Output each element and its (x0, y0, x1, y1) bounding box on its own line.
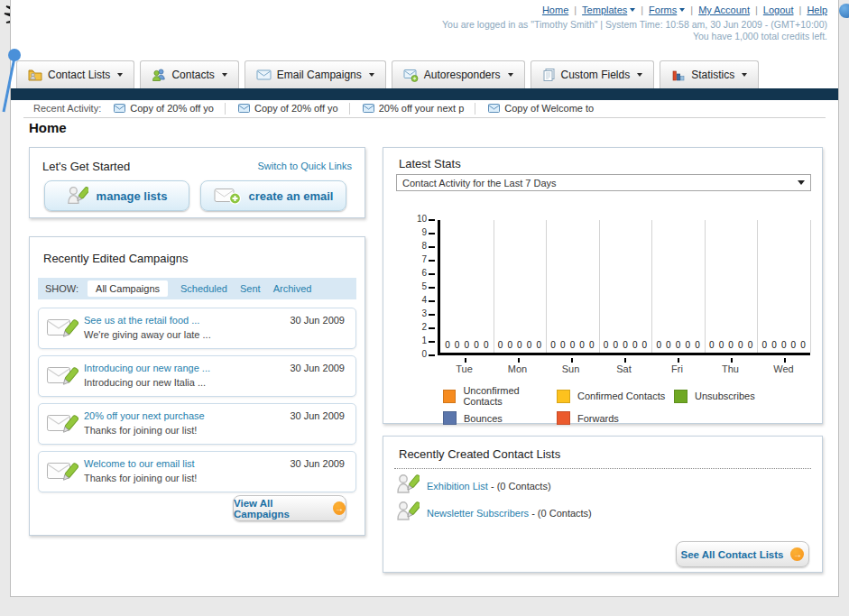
tab-contacts[interactable]: Contacts (140, 60, 238, 88)
filter-all-campaigns[interactable]: All Campaigns (88, 280, 168, 297)
campaigns-panel: Recently Edited Campaigns SHOW: All Camp… (29, 236, 365, 536)
campaign-title-link[interactable]: 20% off your next purchase (84, 410, 205, 421)
tab-label: Contact Lists (48, 69, 110, 81)
campaign-date: 30 Jun 2009 (290, 458, 345, 469)
create-email-button[interactable]: create an email (200, 180, 346, 211)
tab-statistics[interactable]: Statistics (660, 60, 759, 88)
y-tick-mark (429, 233, 435, 234)
campaign-date: 30 Jun 2009 (290, 315, 345, 326)
header-links: Home| Templates| Forms| My Account| Logo… (542, 5, 827, 15)
tab-contact-lists[interactable]: Contact Lists (16, 60, 134, 88)
tab-label: Email Campaigns (277, 69, 362, 81)
tab-label: Autoresponders (424, 69, 501, 81)
gridline (651, 220, 652, 353)
campaign-row[interactable]: Welcome to our email list Thanks for joi… (38, 451, 356, 492)
stats-report-select[interactable]: Contact Activity for the Last 7 Days (396, 174, 811, 191)
value-label: 0 (738, 340, 743, 350)
recent-activity-item[interactable]: Copy of 20% off yo (114, 103, 214, 114)
chevron-down-icon (508, 73, 513, 77)
header-link-help[interactable]: Help (807, 5, 827, 15)
value-label: 0 (781, 340, 787, 350)
recent-activity-item[interactable]: Copy of Welcome to (488, 103, 594, 114)
value-label: 0 (550, 340, 556, 350)
campaign-row[interactable]: Introducing our new range ... Introducin… (38, 355, 356, 397)
value-label: 0 (685, 340, 690, 350)
chevron-down-icon (117, 73, 123, 77)
header-link-forms[interactable]: Forms (649, 5, 685, 15)
chart-legend: Unconfirmed ContactsConfirmed ContactsUn… (443, 385, 755, 425)
tab-email-campaigns[interactable]: Email Campaigns (245, 60, 386, 88)
campaign-title-link[interactable]: Introducing our new range ... (84, 363, 210, 373)
y-tick-label: 0 (400, 349, 427, 359)
header-link-templates[interactable]: Templates (582, 5, 635, 15)
recent-activity-item[interactable]: 20% off your next p (363, 103, 465, 114)
arrow-right-icon: → (333, 501, 346, 515)
y-tick-mark (429, 314, 435, 316)
arrow-right-icon: → (790, 547, 804, 561)
contact-list-link[interactable]: Newsletter Subscribers (427, 508, 529, 519)
show-label: SHOW: (45, 283, 78, 294)
y-tick-label: 1 (400, 336, 427, 345)
envelope-icon (256, 69, 272, 81)
view-all-campaigns-button[interactable]: View All Campaigns → (233, 495, 346, 521)
envelope-plus-icon (214, 187, 241, 205)
value-label: 0 (484, 340, 489, 350)
gridline (599, 220, 600, 353)
x-tick-label: Tue (438, 363, 491, 374)
envelope-pencil-icon (46, 315, 78, 342)
envelope-pencil-icon (46, 410, 78, 437)
header-link-my-account[interactable]: My Account (698, 5, 750, 15)
chevron-down-icon (222, 73, 227, 77)
divider (349, 103, 350, 115)
filter-archived[interactable]: Archived (273, 283, 312, 294)
value-label: 0 (445, 340, 450, 350)
envelope-pencil-icon (46, 458, 78, 485)
value-labels-group: 00000 (705, 340, 758, 350)
header-link-label: Templates (582, 5, 627, 15)
content-area: Home| Templates| Forms| My Account| Logo… (10, 0, 839, 597)
y-tick-label: 7 (400, 254, 427, 264)
filter-sent[interactable]: Sent (240, 283, 261, 294)
tab-autoresponders[interactable]: Autoresponders (392, 60, 525, 88)
gridline (810, 220, 811, 353)
campaign-row[interactable]: See us at the retail food ... We're givi… (38, 308, 356, 349)
campaign-row[interactable]: 20% off your next purchase Thanks for jo… (38, 403, 356, 445)
legend-item: Bounces (443, 411, 557, 425)
chevron-down-icon (798, 180, 805, 185)
value-label: 0 (623, 340, 628, 350)
legend-label: Unsubscribes (695, 391, 755, 401)
y-tick-mark (429, 287, 435, 289)
contact-list-link[interactable]: Exhibition List (427, 481, 488, 492)
campaign-title-link[interactable]: See us at the retail food ... (84, 315, 199, 326)
campaign-date: 30 Jun 2009 (290, 363, 345, 373)
legend-item: Confirmed Contacts (557, 385, 674, 407)
tab-custom-fields[interactable]: Custom Fields (531, 60, 655, 88)
value-label: 0 (604, 340, 609, 350)
get-started-panel: Let's Get Started Switch to Quick Links … (29, 147, 365, 218)
x-tick-label: Mon (491, 363, 544, 374)
x-tick-label: Sat (597, 363, 651, 374)
dotted-divider (394, 468, 811, 469)
chevron-down-icon (369, 73, 374, 77)
header-link-logout[interactable]: Logout (763, 5, 794, 15)
legend-label: Unconfirmed Contacts (463, 385, 557, 407)
contact-lists-folder-icon (28, 68, 42, 82)
y-tick-mark (429, 300, 435, 302)
link-separator: | (641, 5, 643, 15)
manage-lists-button[interactable]: manage lists (44, 180, 189, 211)
x-tick-label: Wed (757, 363, 810, 374)
y-tick-label: 5 (400, 281, 427, 291)
switch-quick-links[interactable]: Switch to Quick Links (257, 161, 352, 171)
legend-item: Unconfirmed Contacts (443, 385, 557, 407)
envelope-pencil-icon (46, 363, 78, 390)
recent-activity-item[interactable]: Copy of 20% off yo (238, 103, 338, 114)
y-tick-label: 3 (400, 308, 427, 318)
campaign-subtitle: Introducing our new Italia ... (84, 377, 206, 388)
filter-scheduled[interactable]: Scheduled (180, 283, 227, 294)
y-tick-label: 4 (400, 295, 427, 305)
campaign-title-link[interactable]: Welcome to our email list (84, 458, 195, 469)
value-labels-group: 00000 (494, 340, 547, 350)
header-link-home[interactable]: Home (542, 5, 568, 15)
see-all-contact-lists-button[interactable]: See All Contact Lists → (676, 541, 809, 567)
value-labels-group: 00000 (757, 340, 810, 350)
